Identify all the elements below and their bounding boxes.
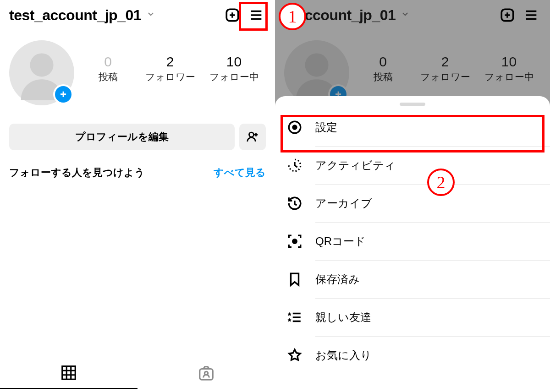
star-icon: [286, 347, 303, 364]
discover-heading: フォローする人を見つけよう: [9, 166, 145, 180]
svg-rect-3: [62, 366, 76, 379]
menu-sheet-screen: t_account_jp_01 + 0投稿 2フォロワー 10フォロー中 1: [275, 0, 550, 392]
menu-item-label: QRコード: [315, 234, 366, 249]
menu-item-label: 設定: [315, 120, 337, 135]
menu-item-label: アーカイブ: [315, 196, 372, 211]
profile-tabs: [0, 357, 275, 389]
svg-point-9: [292, 125, 297, 130]
activity-icon: [286, 157, 303, 174]
bookmark-icon: [286, 271, 303, 288]
stat-following[interactable]: 10 フォロー中: [209, 54, 259, 83]
chevron-down-icon[interactable]: [147, 10, 155, 20]
menu-item-label: 保存済み: [315, 272, 360, 287]
username-label[interactable]: test_account_jp_01: [9, 7, 141, 24]
sheet-drag-handle[interactable]: [400, 103, 425, 106]
edit-profile-button[interactable]: プロフィールを編集: [9, 124, 235, 150]
menu-item-archive[interactable]: アーカイブ: [275, 185, 550, 222]
profile-actions: プロフィールを編集: [0, 110, 275, 150]
profile-stats-row: + 0 投稿 2 フォロワー 10 フォロー中: [0, 30, 275, 110]
menu-item-favorites[interactable]: お気に入り: [275, 337, 550, 374]
see-all-link[interactable]: すべて見る: [214, 166, 266, 180]
svg-point-11: [294, 241, 296, 242]
svg-point-1: [30, 53, 53, 76]
menu-item-label: アクティビティ: [315, 158, 396, 173]
menu-bottom-sheet: 設定 アクティビティ アーカイブ QRコード: [275, 96, 550, 392]
profile-header: test_account_jp_01: [0, 0, 275, 30]
menu-item-settings[interactable]: 設定: [275, 109, 550, 146]
menu-item-label: お気に入り: [315, 348, 372, 363]
stat-posts[interactable]: 0 投稿: [85, 54, 131, 83]
stat-followers[interactable]: 2 フォロワー: [145, 54, 195, 83]
svg-point-2: [249, 132, 254, 137]
annotation-step-2: 2: [427, 169, 455, 196]
menu-item-qr[interactable]: QRコード: [275, 223, 550, 260]
discover-section: フォローする人を見つけよう すべて見る: [0, 150, 275, 180]
create-post-icon[interactable]: [223, 5, 242, 25]
avatar[interactable]: +: [9, 40, 74, 105]
settings-icon: [286, 119, 303, 136]
menu-item-close-friends[interactable]: 親しい友達: [275, 299, 550, 336]
annotation-step-1: 1: [279, 3, 306, 30]
archive-icon: [286, 195, 303, 212]
menu-item-label: 親しい友達: [315, 310, 371, 325]
tab-grid[interactable]: [0, 357, 138, 389]
tab-tagged[interactable]: [138, 357, 275, 389]
qr-icon: [286, 233, 303, 250]
profile-screen: test_account_jp_01 + 0 投稿 2 フォロワー: [0, 0, 275, 392]
menu-item-saved[interactable]: 保存済み: [275, 261, 550, 298]
discover-people-button[interactable]: [239, 124, 266, 150]
menu-icon[interactable]: [247, 5, 266, 25]
add-story-icon[interactable]: +: [53, 84, 73, 104]
menu-item-activity[interactable]: アクティビティ: [275, 147, 550, 184]
close-friends-icon: [286, 309, 303, 326]
